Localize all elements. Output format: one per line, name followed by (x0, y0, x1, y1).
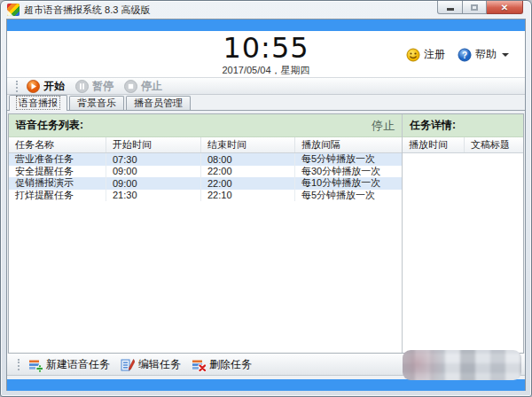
smiley-icon (406, 48, 420, 62)
content-area: 语音任务列表: 停止 任务名称 开始时间 结束时间 播放间隔 营业准备任务 07… (7, 111, 525, 354)
mosaic-tiles (403, 350, 521, 380)
list-delete-icon (192, 358, 206, 372)
stop-circle-icon (124, 80, 137, 93)
start-time-cell: 21:30 (106, 190, 201, 202)
task-name-cell: 促销播报演示 (9, 177, 106, 190)
pause-button[interactable]: 暂停 (75, 79, 113, 94)
interval-cell: 每10分钟播放一次 (295, 177, 402, 190)
new-task-label: 新建语音任务 (46, 357, 110, 372)
task-list-pane: 语音任务列表: 停止 任务名称 开始时间 结束时间 播放间隔 营业准备任务 07… (9, 114, 402, 353)
minimize-icon (447, 8, 454, 11)
task-detail-title: 任务详情: (410, 118, 456, 133)
header-actions: 注册 ? 帮助 (406, 47, 509, 62)
client-area: 10:55 2017/05/04，星期四 注册 (6, 19, 526, 391)
table-row[interactable]: 打烊提醒任务 21:30 22:10 每5分钟播放一次 (9, 190, 402, 202)
blurred-watermark (403, 350, 521, 380)
start-time-cell: 09:00 (106, 166, 201, 178)
stop-button[interactable]: 停止 (124, 79, 162, 94)
clock-time: 10:55 (222, 33, 309, 63)
transport-toolbar: 开始 暂停 停止 (7, 78, 525, 95)
window-controls: ✕ (437, 1, 523, 14)
list-pencil-icon (121, 358, 135, 372)
play-circle-icon (27, 80, 40, 93)
app-icon (7, 4, 20, 16)
pause-label: 暂停 (92, 79, 113, 94)
minimize-button[interactable] (437, 1, 463, 14)
start-label: 开始 (43, 79, 65, 94)
tab-label: 语音播报 (17, 97, 59, 109)
register-label: 注册 (424, 47, 445, 62)
table-row[interactable]: 促销播报演示 09:00 22:00 每10分钟播放一次 (9, 177, 402, 190)
edit-task-label: 编辑任务 (138, 357, 181, 372)
column-header-play-time[interactable]: 播放时间 (403, 137, 465, 152)
column-header-end-time[interactable]: 结束时间 (201, 137, 295, 152)
task-list-header: 语音任务列表: 停止 (9, 114, 402, 137)
toolbar-gripper[interactable] (16, 81, 18, 92)
maximize-icon (471, 4, 478, 11)
start-time-cell: 07:30 (106, 153, 201, 166)
maximize-button[interactable] (463, 1, 487, 14)
tab-voice-broadcast[interactable]: 语音播报 (9, 95, 67, 111)
window-title: 超市语音播报系统 8.3 高级版 (24, 4, 150, 17)
interval-cell: 每30分钟播放一次 (295, 166, 402, 178)
status-bar (7, 379, 525, 391)
tab-label: 背景音乐 (77, 97, 116, 108)
column-header-script-title[interactable]: 文稿标题 (465, 137, 523, 152)
pause-circle-icon (75, 80, 89, 93)
close-button[interactable]: ✕ (487, 1, 523, 14)
clock: 10:55 2017/05/04，星期四 (222, 33, 309, 77)
task-detail-header: 任务详情: (403, 114, 523, 137)
top-accent-bar (7, 19, 525, 31)
chevron-down-icon[interactable] (502, 53, 509, 57)
tab-strip: 语音播报 背景音乐 播音员管理 (7, 95, 525, 111)
main-panel: 语音任务列表: 停止 任务名称 开始时间 结束时间 播放间隔 营业准备任务 07… (8, 113, 524, 354)
end-time-cell: 22:10 (201, 190, 295, 202)
interval-cell: 每5分钟播放一次 (295, 190, 402, 202)
question-circle-icon: ? (458, 48, 472, 62)
new-task-button[interactable]: 新建语音任务 (28, 357, 110, 372)
column-header-task-name[interactable]: 任务名称 (9, 137, 106, 152)
task-detail-pane: 任务详情: 播放时间 文稿标题 (403, 114, 523, 353)
end-time-cell: 22:00 (201, 166, 295, 178)
help-label: 帮助 (475, 47, 497, 62)
delete-task-button[interactable]: 删除任务 (192, 357, 252, 372)
delete-task-label: 删除任务 (209, 357, 252, 372)
table-row[interactable]: 营业准备任务 07:30 08:00 每5分钟播放一次 (9, 153, 402, 166)
close-icon: ✕ (501, 3, 508, 12)
start-button[interactable]: 开始 (27, 79, 65, 94)
playback-status: 停止 (372, 118, 395, 134)
task-table-header: 任务名称 开始时间 结束时间 播放间隔 (9, 137, 402, 153)
column-header-interval[interactable]: 播放间隔 (295, 137, 402, 152)
app-window: 超市语音播报系统 8.3 高级版 ✕ 10:55 2017/05/04，星期四 (0, 0, 532, 397)
stop-label: 停止 (141, 79, 162, 94)
tab-announcer-management[interactable]: 播音员管理 (126, 96, 191, 110)
end-time-cell: 08:00 (201, 153, 295, 166)
register-button[interactable]: 注册 (406, 47, 445, 62)
task-name-cell: 安全提醒任务 (9, 166, 106, 178)
toolbar-gripper[interactable] (18, 359, 20, 370)
interval-cell: 每5分钟播放一次 (295, 153, 402, 166)
task-list-title: 语音任务列表: (16, 118, 83, 133)
task-name-cell: 营业准备任务 (9, 153, 106, 166)
list-plus-icon (28, 358, 43, 372)
clock-date: 2017/05/04，星期四 (222, 64, 309, 77)
tab-label: 播音员管理 (134, 97, 183, 108)
help-button[interactable]: ? 帮助 (458, 47, 509, 62)
end-time-cell: 22:00 (201, 177, 295, 190)
column-header-start-time[interactable]: 开始时间 (106, 137, 201, 152)
svg-text:?: ? (462, 50, 467, 59)
clock-panel: 10:55 2017/05/04，星期四 注册 (7, 31, 525, 78)
table-row[interactable]: 安全提醒任务 09:00 22:00 每30分钟播放一次 (9, 166, 402, 178)
edit-task-button[interactable]: 编辑任务 (121, 357, 181, 372)
detail-table-header: 播放时间 文稿标题 (403, 137, 523, 153)
task-name-cell: 打烊提醒任务 (9, 190, 106, 202)
start-time-cell: 09:00 (106, 177, 201, 190)
tab-background-music[interactable]: 背景音乐 (69, 96, 124, 110)
